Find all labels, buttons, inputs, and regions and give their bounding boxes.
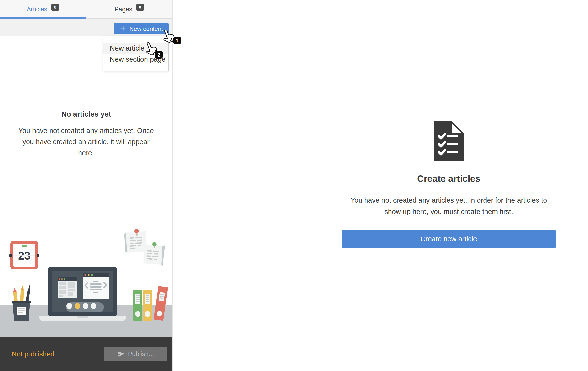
document-checklist-icon <box>434 121 464 161</box>
status-bar: Not published Publish... <box>0 337 172 371</box>
articles-empty-state: Create articles You have not created any… <box>335 121 562 248</box>
tab-articles-label: Articles <box>27 6 47 13</box>
sidebar-empty-text-line: You have not created any articles yet. O… <box>11 125 161 136</box>
sticky-note-red-pin <box>124 229 147 253</box>
plus-icon <box>120 25 126 32</box>
new-content-button-label: New content <box>129 25 163 32</box>
sidebar-toolbar: New content <box>0 19 172 36</box>
tab-pages-count-badge: 0 <box>136 4 144 11</box>
laptop-icon <box>39 267 126 321</box>
main-empty-title: Create articles <box>335 174 562 184</box>
step-badge-2: 2 <box>155 51 163 59</box>
create-new-article-button[interactable]: Create new article <box>342 230 556 248</box>
tab-bar: Articles 0 Pages 0 <box>0 0 172 19</box>
main-empty-text: You have not created any articles yet. I… <box>335 195 562 217</box>
sidebar-empty-text: You have not created any articles yet. O… <box>11 125 161 159</box>
step-badge-1: 1 <box>173 37 181 44</box>
tab-articles[interactable]: Articles 0 <box>0 0 86 19</box>
binders-icon <box>133 286 168 321</box>
sidebar-empty-title: No articles yet <box>0 110 172 118</box>
main-panel: Create articles You have not created any… <box>173 0 588 371</box>
app-window: Articles 0 Pages 0 New content New artic… <box>0 0 588 371</box>
laptop-small-window <box>58 277 77 298</box>
pen-cup-icon <box>12 285 31 321</box>
sticky-note-green-pin <box>143 241 165 266</box>
laptop-large-window <box>83 273 109 299</box>
publish-button-label: Publish... <box>128 350 154 358</box>
publish-button[interactable]: Publish... <box>104 347 167 361</box>
tab-articles-count-badge: 0 <box>51 4 60 11</box>
paper-plane-icon <box>117 350 126 358</box>
sidebar-empty-text-line: here. <box>11 147 161 159</box>
main-empty-text-line: show up here, you must create them first… <box>335 206 562 217</box>
tab-pages-label: Pages <box>114 6 132 13</box>
tab-pages[interactable]: Pages 0 <box>86 0 172 19</box>
main-empty-text-line: You have not created any articles yet. I… <box>335 195 562 206</box>
sidebar-empty-text-line: you have created an article, it will app… <box>11 136 161 147</box>
publish-status: Not published <box>12 337 54 371</box>
desk-illustration: 23 <box>0 223 172 337</box>
calendar-icon: 23 <box>10 241 39 269</box>
